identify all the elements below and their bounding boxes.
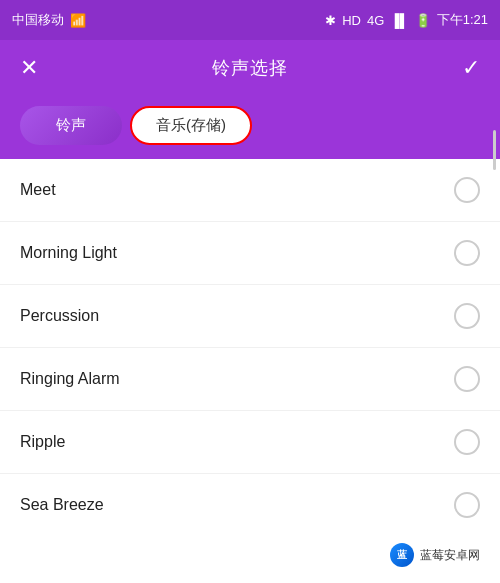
list-item[interactable]: Sea Breeze <box>0 474 500 536</box>
list-item[interactable]: Ringing Alarm <box>0 348 500 411</box>
header: ✕ 铃声选择 ✓ <box>0 40 500 96</box>
battery-icon: 🔋 <box>415 13 431 28</box>
radio-button[interactable] <box>454 492 480 518</box>
radio-button[interactable] <box>454 177 480 203</box>
status-left: 中国移动 📶 <box>12 11 86 29</box>
close-button[interactable]: ✕ <box>20 55 38 81</box>
watermark-text: 蓝莓安卓网 <box>420 547 480 564</box>
radio-button[interactable] <box>454 429 480 455</box>
radio-button[interactable] <box>454 303 480 329</box>
carrier-text: 中国移动 <box>12 11 64 29</box>
list-item[interactable]: Ripple <box>0 411 500 474</box>
radio-button[interactable] <box>454 240 480 266</box>
watermark: 蓝 蓝莓安卓网 <box>380 539 490 571</box>
bluetooth-icon: ✱ <box>325 13 336 28</box>
ringtone-name: Sea Breeze <box>20 496 104 514</box>
list-item[interactable]: Morning Light <box>0 222 500 285</box>
list-item[interactable]: Meet <box>0 159 500 222</box>
confirm-button[interactable]: ✓ <box>462 55 480 81</box>
hd-badge: HD <box>342 13 361 28</box>
list-item[interactable]: Percussion <box>0 285 500 348</box>
tab-bar: 铃声 音乐(存储) <box>0 96 500 159</box>
tab-ringtone[interactable]: 铃声 <box>20 106 122 145</box>
status-bar: 中国移动 📶 ✱ HD 4G ▐▌ 🔋 下午1:21 <box>0 0 500 40</box>
time-display: 下午1:21 <box>437 11 488 29</box>
ringtone-name: Meet <box>20 181 56 199</box>
signal-bars: ▐▌ <box>390 13 408 28</box>
page-title: 铃声选择 <box>212 56 288 80</box>
ringtone-list: MeetMorning LightPercussionRinging Alarm… <box>0 159 500 536</box>
ringtone-name: Morning Light <box>20 244 117 262</box>
radio-button[interactable] <box>454 366 480 392</box>
signal-4g: 4G <box>367 13 384 28</box>
status-right: ✱ HD 4G ▐▌ 🔋 下午1:21 <box>325 11 488 29</box>
signal-icons: 📶 <box>70 13 86 28</box>
ringtone-name: Ripple <box>20 433 65 451</box>
tab-music[interactable]: 音乐(存储) <box>130 106 252 145</box>
ringtone-name: Ringing Alarm <box>20 370 120 388</box>
scroll-indicator <box>493 130 496 170</box>
watermark-logo: 蓝 <box>390 543 414 567</box>
ringtone-name: Percussion <box>20 307 99 325</box>
